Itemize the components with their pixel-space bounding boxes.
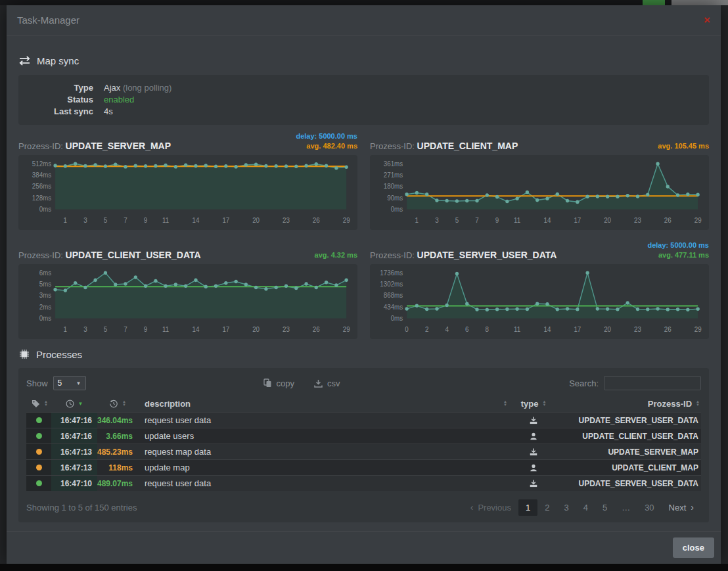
copy-icon (263, 378, 272, 388)
modal-footer: close (7, 531, 721, 564)
info-label: Type (18, 82, 104, 94)
chart-block-update_server_map: Prozess-ID: UPDATE_SERVER_MAPdelay: 5000… (18, 129, 357, 230)
pagination-next[interactable]: Next › (662, 499, 701, 516)
svg-text:9: 9 (144, 217, 148, 224)
task-manager-modal: Task-Manager × Map sync Type Ajax (long … (7, 5, 721, 564)
server-type-icon (530, 480, 537, 488)
svg-text:20: 20 (252, 217, 260, 224)
chart-head: Prozess-ID: UPDATE_CLIENT_USER_DATAavg. … (18, 238, 357, 264)
chevron-down-icon: ▼ (76, 380, 81, 386)
info-value-extra: (long polling) (123, 83, 171, 93)
csv-button[interactable]: csv (314, 378, 340, 388)
svg-text:26: 26 (313, 217, 320, 224)
column-header-description[interactable]: description ▲▼ (138, 399, 507, 409)
csv-label: csv (327, 378, 340, 388)
column-header-type[interactable]: type ▲▼ (507, 399, 560, 409)
status-cell (26, 444, 51, 459)
pagination-page-4[interactable]: 4 (576, 499, 595, 516)
sort-icon: ▲▼ (44, 400, 48, 407)
svg-text:26: 26 (664, 326, 671, 333)
last-sync-value: 4s (104, 106, 113, 118)
svg-text:7: 7 (475, 217, 479, 224)
svg-text:128ms: 128ms (32, 194, 51, 202)
sort-icon: ▲▼ (542, 400, 546, 407)
sort-desc-icon: ▼ (78, 401, 83, 407)
pagination-page-30[interactable]: 30 (637, 499, 661, 516)
chart-avg-text: avg. 482.40 ms (296, 141, 357, 151)
table-row[interactable]: 16:47:13485.23msrequest map dataUPDATE_S… (26, 444, 701, 459)
chart-stats: delay: 5000.00 msavg. 482.40 ms (296, 131, 357, 151)
svg-text:11: 11 (514, 326, 521, 333)
modal-title: Task-Manager (17, 14, 80, 26)
svg-text:3: 3 (83, 326, 87, 333)
chart-block-update_server_user_data: Prozess-ID: UPDATE_SERVER_USER_DATAdelay… (370, 238, 709, 339)
chart-title-label: Prozess-ID: (370, 141, 417, 151)
chart-delay-text: delay: 5000.00 ms (647, 240, 709, 250)
description-cell: request user data (138, 415, 507, 425)
chart-svg: 1736ms1302ms868ms434ms0ms024681114172023… (376, 267, 702, 336)
chart-panel: 512ms384ms256ms128ms0ms13579111417202326… (18, 155, 357, 230)
sort-icon: ▲▼ (696, 400, 700, 407)
svg-text:0ms: 0ms (391, 206, 403, 213)
svg-text:26: 26 (664, 217, 671, 224)
table-row[interactable]: 16:47:163.66msupdate usersUPDATE_CLIENT_… (26, 428, 701, 444)
processes-heading-label: Processes (36, 349, 82, 360)
pagination-page-3[interactable]: 3 (557, 499, 576, 516)
pagination-page-5[interactable]: 5 (595, 499, 614, 516)
background-top-strip (0, 0, 728, 5)
table-row[interactable]: 16:47:16346.04msrequest user dataUPDATE_… (26, 412, 701, 428)
chart-title-label: Prozess-ID: (18, 141, 66, 151)
search-label: Search: (569, 378, 599, 388)
prozess-id-column-label: Prozess-ID (648, 399, 692, 409)
chart-title: Prozess-ID: UPDATE_SERVER_MAP (18, 141, 171, 151)
svg-text:17: 17 (222, 326, 229, 333)
chart-panel: 361ms271ms180ms90ms0ms135791114172023262… (370, 155, 709, 230)
pagination-page-2[interactable]: 2 (537, 499, 557, 516)
show-label: Show (26, 378, 48, 388)
copy-label: copy (277, 378, 294, 388)
chart-avg-text: avg. 105.45 ms (658, 141, 709, 151)
svg-text:20: 20 (604, 217, 611, 224)
table-row[interactable]: 16:47:13118msupdate mapUPDATE_CLIENT_MAP (26, 459, 701, 475)
table-controls: Show 5 ▼ copy csv (26, 374, 701, 392)
chart-title-label: Prozess-ID: (370, 250, 417, 260)
column-header-time[interactable]: ▼ (51, 400, 97, 408)
column-header-duration[interactable]: ▲▼ (97, 400, 138, 408)
pagination-page-1[interactable]: 1 (518, 499, 537, 516)
svg-text:11: 11 (162, 217, 170, 224)
svg-text:271ms: 271ms (384, 171, 403, 179)
svg-text:0ms: 0ms (39, 315, 52, 322)
chart-title-label: Prozess-ID: (18, 250, 66, 260)
svg-text:1302ms: 1302ms (380, 281, 403, 288)
svg-text:434ms: 434ms (384, 304, 403, 311)
tag-icon (32, 400, 40, 408)
svg-text:17: 17 (574, 217, 581, 224)
svg-text:3ms: 3ms (39, 292, 52, 299)
processes-table-panel: Show 5 ▼ copy csv (18, 368, 709, 522)
type-cell (507, 432, 560, 440)
duration-cell: 3.66ms (97, 432, 138, 441)
chart-title-value: UPDATE_CLIENT_USER_DATA (66, 250, 201, 260)
close-button[interactable]: close (673, 537, 714, 558)
svg-text:29: 29 (694, 217, 702, 224)
search-group: Search: (569, 376, 701, 390)
chart-delay-text: delay: 5000.00 ms (296, 131, 357, 141)
info-row-type: Type Ajax (long polling) (18, 82, 709, 94)
prozess-id-cell: UPDATE_CLIENT_USER_DATA (560, 432, 701, 441)
svg-text:6: 6 (465, 326, 469, 333)
svg-text:180ms: 180ms (384, 183, 403, 190)
type-cell (507, 417, 560, 424)
map-sync-icon (18, 56, 31, 66)
copy-button[interactable]: copy (263, 378, 294, 388)
search-input[interactable] (604, 376, 701, 390)
background-green-segment (643, 0, 665, 5)
chart-head: Prozess-ID: UPDATE_SERVER_USER_DATAdelay… (370, 238, 709, 264)
table-row[interactable]: 16:47:10489.07msrequest user dataUPDATE_… (26, 475, 701, 491)
column-header-status[interactable]: ▲▼ (26, 400, 51, 408)
column-header-prozess-id[interactable]: Prozess-ID ▲▼ (560, 399, 701, 409)
info-row-last-sync: Last sync 4s (18, 106, 709, 118)
duration-cell: 489.07ms (97, 479, 138, 488)
close-icon[interactable]: × (704, 14, 710, 26)
pagination-previous[interactable]: ‹ Previous (463, 499, 518, 516)
show-entries-select[interactable]: 5 ▼ (53, 376, 86, 390)
